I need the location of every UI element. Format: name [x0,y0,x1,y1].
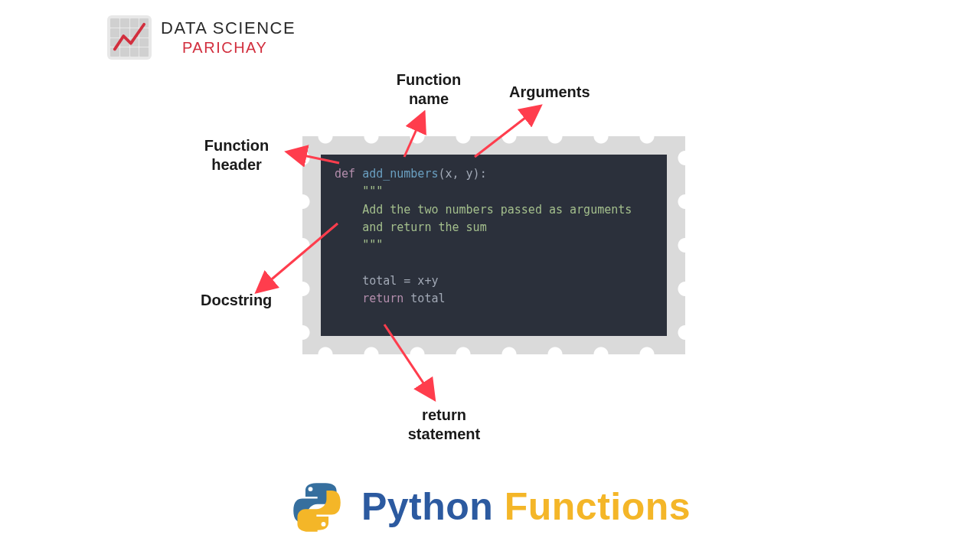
keyword-def: def [335,167,355,181]
code-stamp-frame: def add_numbers(x, y): """ Add the two n… [302,136,685,354]
label-docstring: Docstring [201,291,272,310]
title-word2: Functions [505,485,691,528]
svg-point-6 [321,522,325,527]
label-arguments: Arguments [509,83,590,102]
params: (x, y): [438,167,486,181]
doc-close: """ [362,238,383,252]
function-name: add_numbers [362,167,438,181]
logo-chart-icon [107,15,152,60]
assign-line: total = x+y [362,274,438,288]
code-block: def add_numbers(x, y): """ Add the two n… [321,155,667,336]
logo-line1: DATA SCIENCE [161,18,296,38]
doc-open: """ [362,184,383,198]
keyword-return: return [362,292,403,305]
doc-line2: and return the sum [362,220,487,234]
logo: DATA SCIENCE PARICHAY [107,15,296,60]
footer-title-area: Python Functions [0,479,980,534]
title-word1: Python [361,485,493,528]
logo-line2: PARICHAY [182,38,296,57]
label-return-statement: returnstatement [394,406,494,444]
return-value: total [403,292,445,305]
python-logo-icon [289,479,345,534]
doc-line1: Add the two numbers passed as arguments [362,203,632,217]
label-function-name: Functionname [383,70,475,109]
label-function-header: Functionheader [194,136,279,174]
svg-point-5 [308,487,312,491]
